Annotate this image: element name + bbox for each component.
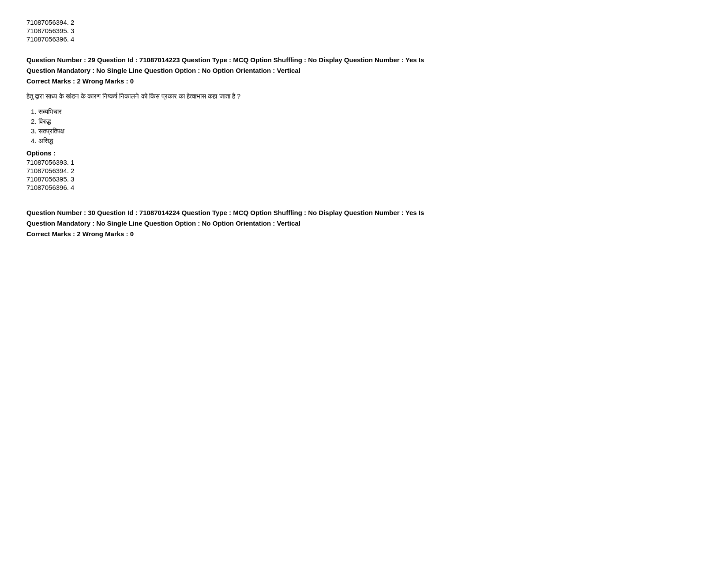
question-29-option-1: 1. सव्यभिचार xyxy=(31,108,702,116)
top-option-1-num: 2 xyxy=(71,19,74,26)
question-29-section: Question Number : 29 Question Id : 71087… xyxy=(26,55,702,191)
question-29-meta-line2: Question Mandatory : No Single Line Ques… xyxy=(26,65,702,76)
top-option-3-num: 4 xyxy=(71,35,74,43)
question-29-option-id-1: 71087056393. 1 xyxy=(26,159,702,166)
question-29-meta: Question Number : 29 Question Id : 71087… xyxy=(26,55,702,87)
top-option-1: 71087056394. 2 xyxy=(26,19,702,26)
question-29-answer-options: 1. सव्यभिचार 2. विरुद्ध 3. सतप्रतिपक्ष 4… xyxy=(31,108,702,145)
question-29-text: हेतु द्वारा साध्य के खंडन के कारण निष्कर… xyxy=(26,91,702,102)
question-29-options-label: Options : xyxy=(26,149,702,157)
question-30-meta-line2: Question Mandatory : No Single Line Ques… xyxy=(26,218,702,229)
top-option-3: 71087056396. 4 xyxy=(26,35,702,43)
top-option-3-id: 71087056396 xyxy=(26,35,67,43)
top-options-section: 71087056394. 2 71087056395. 3 7108705639… xyxy=(26,19,702,43)
top-option-2: 71087056395. 3 xyxy=(26,27,702,34)
question-29-option-2: 2. विरुद्ध xyxy=(31,117,702,125)
question-30-meta-line3: Correct Marks : 2 Wrong Marks : 0 xyxy=(26,229,702,239)
question-30-meta: Question Number : 30 Question Id : 71087… xyxy=(26,208,702,239)
question-30-section: Question Number : 30 Question Id : 71087… xyxy=(26,208,702,239)
top-option-2-id: 71087056395 xyxy=(26,27,67,34)
question-29-option-id-2: 71087056394. 2 xyxy=(26,167,702,174)
question-29-option-3: 3. सतप्रतिपक्ष xyxy=(31,127,702,135)
top-option-2-num: 3 xyxy=(71,27,74,34)
question-29-meta-line1: Question Number : 29 Question Id : 71087… xyxy=(26,55,702,65)
question-30-meta-line1: Question Number : 30 Question Id : 71087… xyxy=(26,208,702,218)
question-29-option-id-4: 71087056396. 4 xyxy=(26,184,702,191)
question-29-option-4: 4. असिद्ध xyxy=(31,137,702,145)
question-29-meta-line3: Correct Marks : 2 Wrong Marks : 0 xyxy=(26,76,702,87)
question-29-option-id-3: 71087056395. 3 xyxy=(26,175,702,183)
question-29-option-ids: 71087056393. 1 71087056394. 2 7108705639… xyxy=(26,159,702,191)
top-option-1-id: 71087056394 xyxy=(26,19,67,26)
